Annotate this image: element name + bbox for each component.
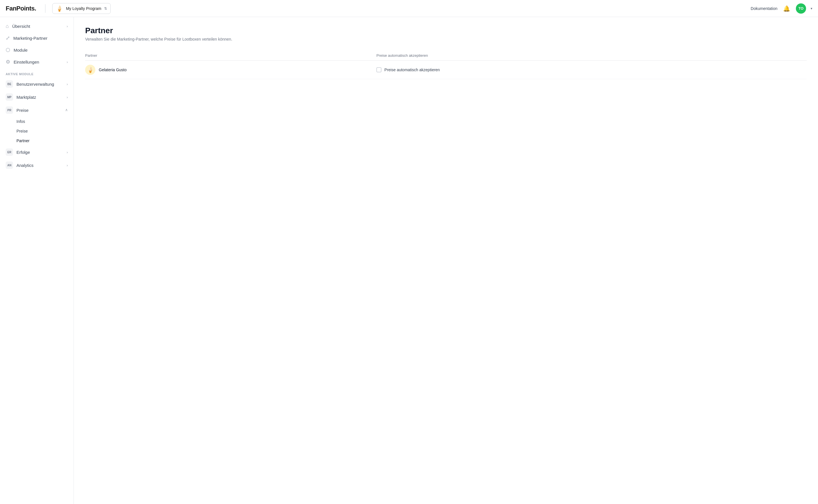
- chevron-right-icon: ›: [67, 163, 68, 167]
- chevron-right-icon: ›: [67, 60, 68, 64]
- partner-logo: 🍦: [85, 65, 95, 75]
- sidebar-item-einstellungen[interactable]: ⚙ Einstellungen ›: [0, 56, 74, 68]
- partner-name-cell: 🍦 Gelateria Gusto: [85, 61, 376, 79]
- partner-name: Gelateria Gusto: [99, 68, 127, 72]
- app-body: ⌂ Übersicht › ⤢ Marketing-Partner ⬡ Modu…: [0, 17, 818, 504]
- be-badge: BE: [6, 80, 13, 88]
- selector-arrows-icon: ⇅: [104, 7, 107, 11]
- program-name: My Loyalty Program: [66, 6, 101, 11]
- documentation-link[interactable]: Dokumentation: [751, 6, 777, 11]
- aktive-module-label: Aktive Module: [0, 68, 74, 77]
- user-avatar[interactable]: TO: [796, 3, 806, 14]
- col-auto-accept: Preise automatisch akzeptieren: [376, 51, 807, 61]
- auto-accept-cell: Preise automatisch akzeptieren: [376, 61, 807, 79]
- partner-row-name: 🍦 Gelateria Gusto: [85, 65, 372, 75]
- partner-table: Partner Preise automatisch akzeptieren 🍦…: [85, 51, 807, 79]
- chevron-right-icon: ›: [67, 150, 68, 154]
- chevron-right-icon: ›: [67, 82, 68, 86]
- share-icon: ⤢: [6, 35, 10, 41]
- sidebar-item-marketing-partner[interactable]: ⤢ Marketing-Partner: [0, 32, 74, 44]
- sidebar-sub-item-partner[interactable]: Partner: [0, 136, 74, 146]
- sidebar-item-analytics[interactable]: AN Analytics ›: [0, 159, 74, 172]
- logo-text: FanPoints.: [6, 5, 36, 12]
- logo: FanPoints.: [6, 5, 36, 12]
- sidebar-item-uebersicht[interactable]: ⌂ Übersicht ›: [0, 20, 74, 32]
- chevron-down-icon: ∨: [65, 108, 68, 112]
- main-content: Partner Verwalten Sie die Marketing-Part…: [74, 17, 818, 504]
- auto-accept-label: Preise automatisch akzeptieren: [384, 68, 440, 72]
- sidebar-item-benutzerverwaltung[interactable]: BE Benutzerverwaltung ›: [0, 77, 74, 91]
- sidebar-item-module[interactable]: ⬡ Module: [0, 44, 74, 56]
- home-icon: ⌂: [6, 23, 9, 29]
- sidebar: ⌂ Übersicht › ⤢ Marketing-Partner ⬡ Modu…: [0, 17, 74, 504]
- auto-accept-checkbox[interactable]: [376, 67, 381, 72]
- col-partner: Partner: [85, 51, 376, 61]
- an-badge: AN: [6, 161, 13, 169]
- chevron-right-icon: ›: [67, 24, 68, 28]
- page-title: Partner: [85, 26, 807, 35]
- sidebar-sub-item-preise[interactable]: Preise: [0, 126, 74, 136]
- module-icon: ⬡: [6, 47, 10, 53]
- page-subtitle: Verwalten Sie die Marketing-Partner, wel…: [85, 37, 807, 41]
- mp-badge: MP: [6, 93, 13, 101]
- table-row: 🍦 Gelateria Gusto Preise automatisch akz…: [85, 61, 807, 79]
- sidebar-item-preise[interactable]: PR Preise ∨: [0, 104, 74, 117]
- program-icon: 🍦: [56, 5, 63, 12]
- auto-accept-container: Preise automatisch akzeptieren: [376, 67, 802, 72]
- program-selector[interactable]: 🍦 My Loyalty Program ⇅: [52, 3, 110, 14]
- app-header: FanPoints. 🍦 My Loyalty Program ⇅ Dokume…: [0, 0, 818, 17]
- user-menu-chevron-icon[interactable]: ▾: [811, 7, 812, 11]
- settings-icon: ⚙: [6, 59, 10, 65]
- sidebar-item-erfolge[interactable]: ER Erfolge ›: [0, 146, 74, 159]
- pr-badge: PR: [6, 106, 13, 114]
- sidebar-item-marktplatz[interactable]: MP Marktplatz ›: [0, 91, 74, 104]
- chevron-right-icon: ›: [67, 95, 68, 99]
- er-badge: ER: [6, 148, 13, 156]
- sidebar-sub-item-infos[interactable]: Infos: [0, 117, 74, 126]
- bell-icon[interactable]: 🔔: [782, 4, 791, 13]
- header-divider: [45, 4, 45, 13]
